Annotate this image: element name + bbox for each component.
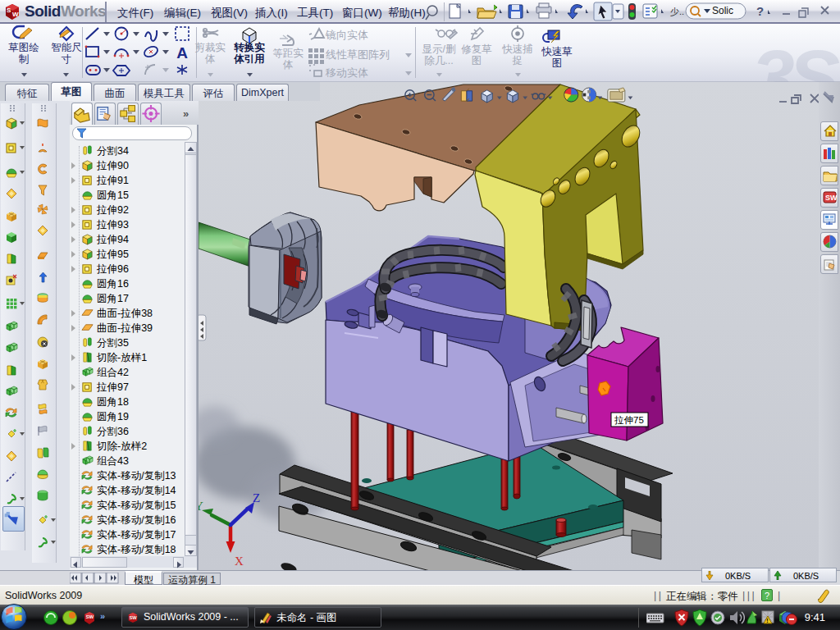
svg-text:少..: 少.. bbox=[670, 7, 684, 16]
svg-text:智能尺: 智能尺 bbox=[51, 42, 82, 53]
svg-text:W: W bbox=[12, 11, 19, 18]
svg-text:S: S bbox=[7, 7, 11, 14]
svg-text:转换实: 转换实 bbox=[233, 41, 265, 53]
svg-text:SW: SW bbox=[86, 614, 94, 619]
svg-text:捉: 捉 bbox=[512, 55, 523, 66]
svg-text:显示/删: 显示/删 bbox=[422, 43, 456, 55]
svg-text:X: X bbox=[235, 555, 244, 568]
svg-text:剪裁实: 剪裁实 bbox=[194, 42, 226, 53]
svg-text:镜向实体: 镜向实体 bbox=[325, 29, 368, 41]
svg-text:拉伸75: 拉伸75 bbox=[614, 415, 644, 425]
svg-text:快速草: 快速草 bbox=[541, 46, 573, 57]
svg-text:线性草图阵列: 线性草图阵列 bbox=[326, 48, 390, 61]
svg-text:Z: Z bbox=[253, 491, 260, 504]
svg-text:»: » bbox=[100, 611, 105, 621]
svg-text:寸: 寸 bbox=[62, 53, 72, 65]
svg-text:?: ? bbox=[756, 4, 764, 18]
svg-text:图: 图 bbox=[552, 57, 563, 69]
svg-text:Solic: Solic bbox=[712, 5, 733, 16]
svg-text:体引用: 体引用 bbox=[233, 53, 265, 65]
svg-text:等距实: 等距实 bbox=[272, 48, 304, 59]
svg-text:快速捕: 快速捕 bbox=[501, 43, 533, 55]
svg-text:修复草: 修复草 bbox=[461, 43, 492, 55]
svg-text:A: A bbox=[176, 44, 188, 62]
svg-text:移动实体: 移动实体 bbox=[325, 66, 368, 79]
svg-text:SW: SW bbox=[825, 194, 838, 202]
svg-text:SW: SW bbox=[130, 615, 138, 620]
svg-text:!: ! bbox=[766, 618, 768, 623]
svg-text:图: 图 bbox=[472, 55, 482, 66]
svg-text:草图绘: 草图绘 bbox=[8, 42, 39, 53]
svg-text:体: 体 bbox=[205, 53, 216, 65]
svg-text:制: 制 bbox=[19, 53, 30, 65]
svg-text:除几...: 除几... bbox=[424, 55, 453, 66]
svg-text:体: 体 bbox=[283, 59, 294, 71]
svg-text:Y: Y bbox=[199, 500, 203, 513]
